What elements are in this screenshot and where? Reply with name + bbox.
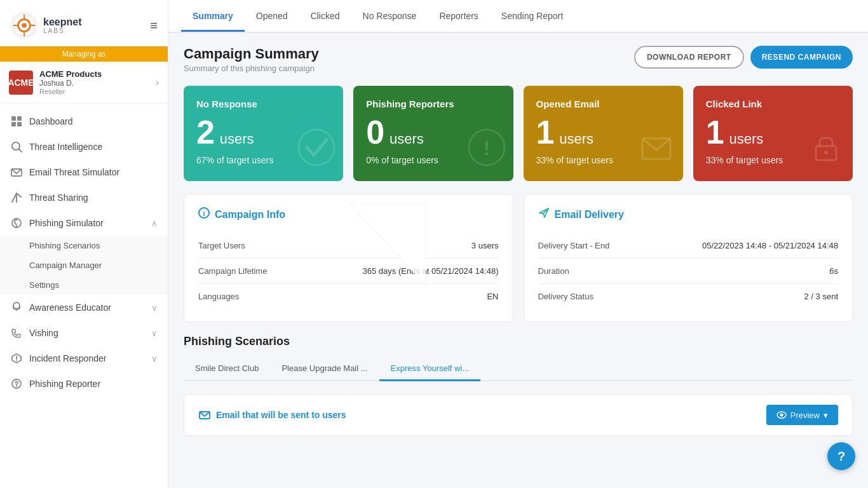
sidebar-header: keepnet LABS ≡ [0,0,168,46]
svg-point-2 [22,23,27,28]
sidebar-item-phishing-reporter[interactable]: Phishing Reporter [0,371,168,396]
email-delivery-title-text: Email Delivery [555,209,624,220]
threat-sharing-icon [10,191,23,204]
phishing-reporters-info-icon: ! [468,128,506,173]
campaign-info-icon: i [198,207,210,222]
phishing-simulator-chevron-icon: ∧ [151,219,158,228]
campaign-info-title: i Campaign Info [198,207,499,222]
tab-summary[interactable]: Summary [181,2,245,32]
nav-settings[interactable]: Settings [0,275,168,295]
sidebar-item-threat-intelligence[interactable]: Threat Intelligence [0,134,168,159]
sidebar-item-vishing[interactable]: Vishing ∨ [0,320,168,346]
hamburger-menu[interactable]: ≡ [150,18,158,33]
tab-sending-report[interactable]: Sending Report [490,2,574,32]
nav-phishing-scenarios[interactable]: Phishing Scenarios [0,236,168,255]
languages-label: Languages [198,292,239,301]
tab-no-response[interactable]: No Response [351,2,428,32]
email-threat-simulator-icon [10,166,23,179]
phishing-reporter-icon [10,377,23,390]
delivery-start-end-value: 05/22/2023 14:48 - 05/21/2024 14:48 [702,241,838,250]
delivery-status-value: 2 / 3 sent [804,292,838,301]
sidebar-item-vishing-label: Vishing [29,328,145,338]
svg-point-32 [780,414,783,417]
account-role: Reseller [39,88,149,95]
campaign-summary-title: Campaign Summary [184,46,319,62]
nav-list: Dashboard Threat Intelligence Email Thre… [0,104,168,488]
email-preview-envelope-icon [198,409,211,421]
svg-line-12 [19,149,22,152]
email-delivery-row-status: Delivery Status 2 / 3 sent [538,284,839,309]
preview-button[interactable]: Preview ▾ [766,405,838,425]
sidebar-item-threat-sharing-label: Threat Sharing [29,193,158,203]
scenarios-tabs: Smile Direct Club Please Upgrade Mail ..… [184,357,853,381]
awareness-educator-icon [10,301,23,314]
scenario-tab-express-yourself[interactable]: Express Yourself wi... [379,357,481,381]
sidebar-item-awareness-educator-label: Awareness Educator [29,302,145,313]
main-content: Summary Opened Clicked No Response Repor… [168,0,868,488]
logo-text-area: keepnet LABS [43,17,81,34]
awareness-educator-chevron-icon: ∨ [151,303,158,313]
logo-sub: LABS [43,27,81,34]
phishing-simulator-icon [10,217,23,229]
svg-rect-7 [11,116,16,121]
svg-point-15 [16,227,17,228]
account-logo: ACME [9,71,33,95]
email-delivery-row-start-end: Delivery Start - End 05/22/2023 14:48 - … [538,233,839,259]
stat-no-response-unit: users [220,131,254,147]
tab-reporters[interactable]: Reporters [428,2,489,32]
tab-clicked[interactable]: Clicked [299,2,351,32]
account-name: ACME Products [39,69,149,79]
sidebar-item-dashboard[interactable]: Dashboard [0,109,168,134]
info-panels: i Campaign Info Target Users 3 users Cam… [184,194,853,322]
target-users-label: Target Users [198,241,245,250]
email-delivery-icon [538,207,550,222]
sidebar-item-incident-responder[interactable]: Incident Responder ∨ [0,346,168,371]
sidebar-item-email-threat-simulator[interactable]: Email Threat Simulator [0,159,168,185]
nav-campaign-manager[interactable]: Campaign Manager [0,255,168,275]
scenario-tab-smile-direct[interactable]: Smile Direct Club [184,357,270,381]
stat-opened-email-number: 1 [536,116,555,149]
svg-rect-9 [11,122,16,126]
threat-intelligence-icon [10,140,23,153]
email-preview-title: Email that will be sent to users [198,409,346,421]
sidebar-item-threat-sharing[interactable]: Threat Sharing [0,185,168,210]
stat-card-phishing-reporters-title: Phishing Reporters [366,98,500,109]
svg-point-20 [16,386,17,387]
account-user: Joshua D. [39,79,149,88]
keepnet-logo [12,13,36,37]
stat-phishing-reporters-unit: users [390,131,424,147]
svg-text:i: i [203,210,205,217]
logo-area: keepnet LABS [10,11,81,39]
delivery-start-end-label: Delivery Start - End [538,241,610,250]
stat-opened-email-unit: users [559,131,593,147]
campaign-info-row-target-users: Target Users 3 users [198,233,499,259]
sidebar-item-phishing-simulator[interactable]: Phishing Simulator ∧ [0,210,168,236]
summary-title-area: Campaign Summary Summary of this phishin… [184,46,319,73]
campaign-lifetime-label: Campaign Lifetime [198,266,267,276]
languages-value: EN [487,292,498,301]
preview-eye-icon [776,410,787,420]
download-report-button[interactable]: DOWNLOAD REPORT [634,46,744,69]
sidebar: keepnet LABS ≡ Managing as ACME ACME Pro… [0,0,168,488]
managing-as-label: Managing as [0,46,168,62]
vishing-chevron-icon: ∨ [151,329,158,338]
delivery-status-label: Delivery Status [538,292,593,301]
sidebar-item-phishing-reporter-label: Phishing Reporter [29,379,158,389]
campaign-info-title-text: Campaign Info [215,209,285,220]
resend-campaign-button[interactable]: RESEND CAMPAIGN [750,46,853,69]
sidebar-item-awareness-educator[interactable]: Awareness Educator ∨ [0,295,168,320]
stat-phishing-reporters-number: 0 [366,116,384,149]
stat-card-phishing-reporters: Phishing Reporters 0 users 0% of target … [353,86,513,181]
stat-no-response-number: 2 [196,116,215,149]
phishing-scenarios-title: Phishing Scenarios [184,335,853,348]
no-response-check-icon [297,128,336,173]
stat-card-opened-email-title: Opened Email [536,98,670,109]
scenario-tab-please-upgrade[interactable]: Please Upgrade Mail ... [270,357,379,381]
tab-opened[interactable]: Opened [245,2,299,32]
help-button[interactable]: ? [827,442,855,470]
campaign-info-row-languages: Languages EN [198,284,499,309]
vishing-icon [10,327,23,339]
summary-actions: DOWNLOAD REPORT RESEND CAMPAIGN [634,46,853,69]
account-section[interactable]: ACME ACME Products Joshua D. Reseller › [0,62,168,104]
account-chevron-icon[interactable]: › [156,77,159,88]
